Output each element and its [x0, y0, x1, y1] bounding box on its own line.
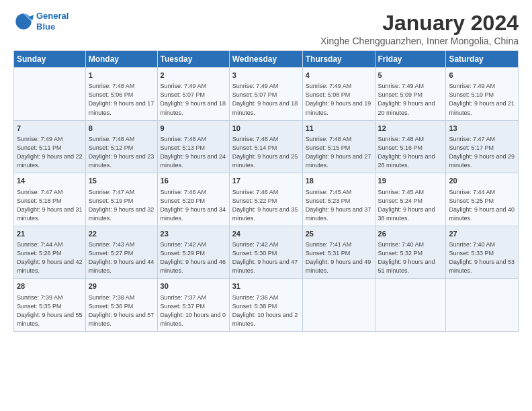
calendar-cell: 7Sunrise: 7:49 AMSunset: 5:11 PMDaylight…: [14, 120, 86, 173]
cell-info: Sunrise: 7:47 AMSunset: 5:19 PMDaylight:…: [89, 188, 154, 223]
calendar-table: Sunday Monday Tuesday Wednesday Thursday…: [13, 50, 519, 332]
day-number: 26: [378, 229, 443, 239]
subtitle: Xinghe Chengguanzhen, Inner Mongolia, Ch…: [320, 36, 519, 46]
day-number: 7: [17, 124, 83, 134]
calendar-cell: 4Sunrise: 7:49 AMSunset: 5:08 PMDaylight…: [302, 68, 375, 121]
col-wednesday: Wednesday: [229, 51, 302, 68]
calendar-page: General Blue January 2024 Xinghe Chenggu…: [0, 0, 532, 338]
calendar-cell: 22Sunrise: 7:43 AMSunset: 5:27 PMDayligh…: [85, 226, 157, 279]
day-number: 17: [232, 176, 300, 186]
logo: General Blue: [13, 11, 69, 32]
day-number: 2: [161, 71, 226, 81]
day-number: 6: [449, 71, 515, 81]
cell-info: Sunrise: 7:42 AMSunset: 5:30 PMDaylight:…: [232, 240, 300, 275]
cell-info: Sunrise: 7:43 AMSunset: 5:27 PMDaylight:…: [89, 240, 154, 275]
col-sunday: Sunday: [14, 51, 86, 68]
calendar-cell: 3Sunrise: 7:49 AMSunset: 5:07 PMDaylight…: [229, 68, 302, 121]
cell-info: Sunrise: 7:48 AMSunset: 5:06 PMDaylight:…: [89, 82, 154, 117]
calendar-cell: 16Sunrise: 7:46 AMSunset: 5:20 PMDayligh…: [157, 173, 229, 226]
day-number: 9: [161, 124, 226, 134]
cell-info: Sunrise: 7:48 AMSunset: 5:15 PMDaylight:…: [306, 135, 372, 170]
calendar-cell: [375, 279, 446, 332]
day-number: 13: [449, 124, 515, 134]
day-number: 18: [306, 176, 372, 186]
cell-info: Sunrise: 7:41 AMSunset: 5:31 PMDaylight:…: [306, 240, 372, 275]
cell-info: Sunrise: 7:49 AMSunset: 5:10 PMDaylight:…: [449, 82, 515, 117]
day-number: 3: [232, 71, 300, 81]
day-number: 8: [89, 124, 154, 134]
cell-info: Sunrise: 7:47 AMSunset: 5:18 PMDaylight:…: [17, 188, 83, 223]
calendar-cell: 27Sunrise: 7:40 AMSunset: 5:33 PMDayligh…: [446, 226, 519, 279]
day-number: 30: [161, 281, 226, 291]
cell-info: Sunrise: 7:49 AMSunset: 5:08 PMDaylight:…: [306, 82, 372, 117]
day-number: 20: [449, 176, 515, 186]
calendar-cell: 10Sunrise: 7:48 AMSunset: 5:14 PMDayligh…: [229, 120, 302, 173]
cell-info: Sunrise: 7:46 AMSunset: 5:20 PMDaylight:…: [161, 188, 226, 223]
cell-info: Sunrise: 7:44 AMSunset: 5:25 PMDaylight:…: [449, 188, 515, 223]
calendar-week-1: 1Sunrise: 7:48 AMSunset: 5:06 PMDaylight…: [14, 68, 519, 121]
cell-info: Sunrise: 7:48 AMSunset: 5:16 PMDaylight:…: [378, 135, 443, 170]
cell-info: Sunrise: 7:49 AMSunset: 5:07 PMDaylight:…: [232, 82, 300, 117]
calendar-cell: 14Sunrise: 7:47 AMSunset: 5:18 PMDayligh…: [14, 173, 86, 226]
calendar-cell: 6Sunrise: 7:49 AMSunset: 5:10 PMDaylight…: [446, 68, 519, 121]
calendar-cell: 13Sunrise: 7:47 AMSunset: 5:17 PMDayligh…: [446, 120, 519, 173]
col-thursday: Thursday: [302, 51, 375, 68]
calendar-cell: 20Sunrise: 7:44 AMSunset: 5:25 PMDayligh…: [446, 173, 519, 226]
cell-info: Sunrise: 7:36 AMSunset: 5:38 PMDaylight:…: [232, 293, 300, 328]
cell-info: Sunrise: 7:45 AMSunset: 5:24 PMDaylight:…: [378, 188, 443, 223]
cell-info: Sunrise: 7:38 AMSunset: 5:36 PMDaylight:…: [89, 293, 154, 328]
day-number: 16: [161, 176, 226, 186]
day-number: 10: [232, 124, 300, 134]
day-number: 19: [378, 176, 443, 186]
calendar-cell: 26Sunrise: 7:40 AMSunset: 5:32 PMDayligh…: [375, 226, 446, 279]
day-number: 21: [17, 229, 83, 239]
calendar-cell: 8Sunrise: 7:48 AMSunset: 5:12 PMDaylight…: [85, 120, 157, 173]
calendar-cell: 28Sunrise: 7:39 AMSunset: 5:35 PMDayligh…: [14, 279, 86, 332]
day-number: 27: [449, 229, 515, 239]
day-number: 15: [89, 176, 154, 186]
calendar-cell: 21Sunrise: 7:44 AMSunset: 5:26 PMDayligh…: [14, 226, 86, 279]
cell-info: Sunrise: 7:48 AMSunset: 5:12 PMDaylight:…: [89, 135, 154, 170]
calendar-cell: 25Sunrise: 7:41 AMSunset: 5:31 PMDayligh…: [302, 226, 375, 279]
cell-info: Sunrise: 7:40 AMSunset: 5:33 PMDaylight:…: [449, 240, 515, 275]
cell-info: Sunrise: 7:49 AMSunset: 5:11 PMDaylight:…: [17, 135, 83, 170]
logo-icon: [13, 11, 34, 32]
day-number: 1: [89, 71, 154, 81]
calendar-cell: 1Sunrise: 7:48 AMSunset: 5:06 PMDaylight…: [85, 68, 157, 121]
day-number: 14: [17, 176, 83, 186]
calendar-cell: 31Sunrise: 7:36 AMSunset: 5:38 PMDayligh…: [229, 279, 302, 332]
calendar-cell: 12Sunrise: 7:48 AMSunset: 5:16 PMDayligh…: [375, 120, 446, 173]
cell-info: Sunrise: 7:48 AMSunset: 5:14 PMDaylight:…: [232, 135, 300, 170]
cell-info: Sunrise: 7:49 AMSunset: 5:09 PMDaylight:…: [378, 82, 443, 117]
main-title: January 2024: [320, 11, 519, 36]
calendar-cell: [446, 279, 519, 332]
cell-info: Sunrise: 7:45 AMSunset: 5:23 PMDaylight:…: [306, 188, 372, 223]
day-number: 29: [89, 281, 154, 291]
day-number: 23: [161, 229, 226, 239]
day-number: 4: [306, 71, 372, 81]
calendar-cell: 29Sunrise: 7:38 AMSunset: 5:36 PMDayligh…: [85, 279, 157, 332]
title-block: January 2024 Xinghe Chengguanzhen, Inner…: [320, 11, 519, 46]
cell-info: Sunrise: 7:40 AMSunset: 5:32 PMDaylight:…: [378, 240, 443, 275]
cell-info: Sunrise: 7:49 AMSunset: 5:07 PMDaylight:…: [161, 82, 226, 117]
day-number: 31: [232, 281, 300, 291]
calendar-cell: [302, 279, 375, 332]
col-tuesday: Tuesday: [157, 51, 229, 68]
logo-general: General: [36, 11, 69, 21]
col-saturday: Saturday: [446, 51, 519, 68]
calendar-cell: 15Sunrise: 7:47 AMSunset: 5:19 PMDayligh…: [85, 173, 157, 226]
calendar-cell: 11Sunrise: 7:48 AMSunset: 5:15 PMDayligh…: [302, 120, 375, 173]
calendar-cell: 17Sunrise: 7:46 AMSunset: 5:22 PMDayligh…: [229, 173, 302, 226]
calendar-cell: 30Sunrise: 7:37 AMSunset: 5:37 PMDayligh…: [157, 279, 229, 332]
day-number: 12: [378, 124, 443, 134]
day-number: 22: [89, 229, 154, 239]
cell-info: Sunrise: 7:47 AMSunset: 5:17 PMDaylight:…: [449, 135, 515, 170]
cell-info: Sunrise: 7:39 AMSunset: 5:35 PMDaylight:…: [17, 293, 83, 328]
header-row: Sunday Monday Tuesday Wednesday Thursday…: [14, 51, 519, 68]
calendar-cell: [14, 68, 86, 121]
logo-blue: Blue: [36, 21, 55, 32]
cell-info: Sunrise: 7:44 AMSunset: 5:26 PMDaylight:…: [17, 240, 83, 275]
calendar-cell: 19Sunrise: 7:45 AMSunset: 5:24 PMDayligh…: [375, 173, 446, 226]
calendar-week-3: 14Sunrise: 7:47 AMSunset: 5:18 PMDayligh…: [14, 173, 519, 226]
calendar-week-5: 28Sunrise: 7:39 AMSunset: 5:35 PMDayligh…: [14, 279, 519, 332]
